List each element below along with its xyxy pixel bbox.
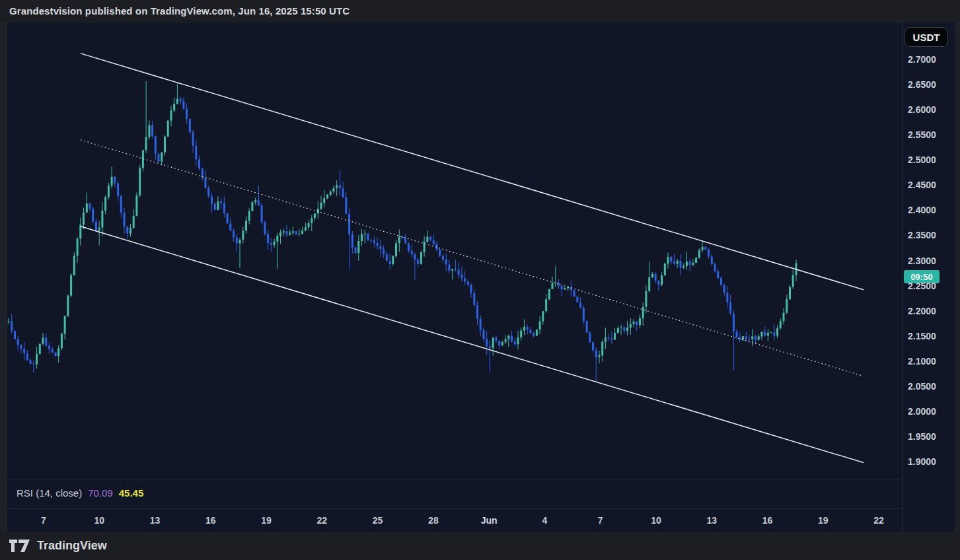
time-tick-label: 19	[261, 515, 272, 526]
price-tick-label: 2.6500	[908, 79, 936, 90]
price-chart-pane[interactable]	[7, 22, 901, 479]
rsi-value-1: 70.09	[88, 487, 113, 499]
channel-line-lower	[81, 227, 864, 463]
price-tick-label: 2.0500	[908, 381, 936, 392]
price-tick-label: 2.4000	[908, 205, 936, 215]
price-tick-label: 2.6000	[908, 104, 936, 115]
time-tick-label: 4	[542, 515, 547, 526]
time-tick-label: 10	[94, 515, 105, 526]
time-axis[interactable]: 710131619222528Jun471013161922	[7, 508, 901, 532]
price-tick-label: 2.1500	[908, 331, 936, 341]
snapshot-header: Grandestvision published on TradingView.…	[0, 0, 960, 22]
price-tick-label: 2.5000	[908, 155, 936, 165]
channel-line-upper	[81, 53, 864, 290]
price-tick-label: 2.2500	[908, 281, 936, 291]
tradingview-logo-icon[interactable]	[9, 540, 30, 552]
price-tick-label: 2.0000	[908, 406, 936, 417]
time-tick-label: Jun	[481, 515, 498, 526]
snapshot-footer: TradingView	[0, 532, 960, 560]
time-tick-label: 10	[651, 515, 661, 526]
rsi-pane[interactable]: RSI (14, close) 70.09 45.45	[7, 479, 901, 508]
rsi-indicator-label: RSI (14, close)	[17, 487, 82, 499]
price-tick-label: 2.7000	[908, 54, 936, 65]
time-tick-label: 13	[150, 515, 161, 526]
price-tick-label: 2.5500	[908, 129, 936, 140]
time-tick-label: 28	[428, 515, 439, 526]
time-tick-label: 7	[41, 515, 46, 526]
chart-frame: RSI (14, close) 70.09 45.45 710131619222…	[7, 22, 954, 532]
price-axis[interactable]: USDT 09:50 2.70002.65002.60002.55002.500…	[902, 22, 955, 532]
price-tick-label: 2.1000	[908, 356, 936, 367]
rsi-value-2: 45.45	[119, 487, 144, 499]
time-tick-label: 25	[373, 515, 383, 526]
price-tick-label: 1.9000	[908, 456, 936, 467]
time-tick-label: 16	[205, 515, 216, 526]
price-tick-label: 2.3000	[908, 256, 936, 266]
time-tick-label: 22	[873, 515, 884, 526]
tradingview-snapshot: Grandestvision published on TradingView.…	[0, 0, 960, 560]
rsi-legend: RSI (14, close) 70.09 45.45	[17, 487, 143, 499]
snapshot-title: Grandestvision published on TradingView.…	[9, 5, 350, 17]
price-tick-label: 2.3500	[908, 230, 936, 240]
tradingview-brand-text[interactable]: TradingView	[37, 539, 107, 553]
time-tick-label: 19	[818, 515, 829, 526]
candlestick-canvas[interactable]	[7, 22, 901, 479]
time-tick-label: 16	[762, 515, 773, 526]
symbol-badge: USDT	[905, 27, 948, 47]
price-tick-label: 1.9500	[908, 431, 936, 442]
time-tick-label: 7	[598, 515, 603, 526]
time-tick-label: 13	[706, 515, 717, 526]
price-tick-label: 2.2000	[908, 306, 936, 316]
time-tick-label: 22	[317, 515, 328, 526]
price-tick-label: 2.4500	[908, 180, 936, 190]
